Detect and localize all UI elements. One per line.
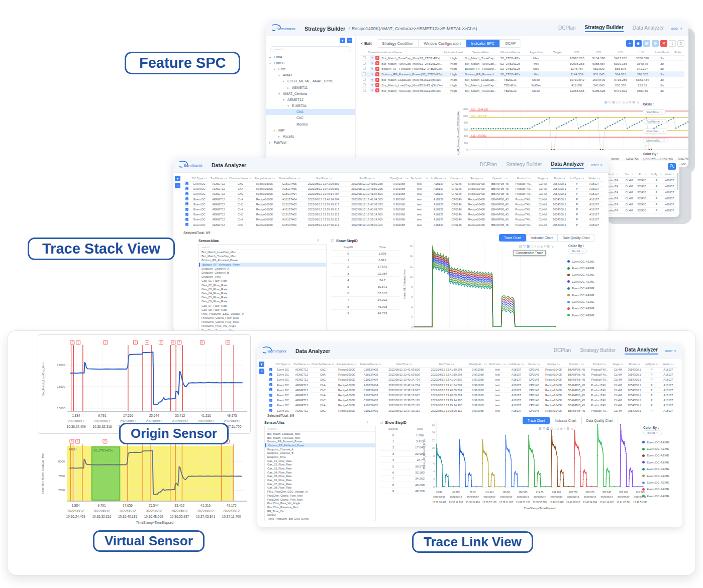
edit-icon[interactable]: ✎: [370, 78, 374, 82]
row-checkbox[interactable]: ✓: [269, 388, 272, 391]
column-header[interactable]: [267, 362, 274, 367]
show-stepid-checkbox[interactable]: [331, 239, 334, 242]
delete-icon[interactable]: ✕: [375, 67, 379, 71]
table-row[interactable]: ✓Event DCAEMET12ChARecipe1600KA18137#022…: [267, 403, 677, 408]
nav-strategy-builder[interactable]: Strategy Builder: [580, 347, 616, 354]
column-header[interactable]: LSL: [632, 49, 653, 55]
column-header[interactable]: Operation: [368, 49, 381, 55]
sensor-item[interactable]: Gas_01_Flow_Rate: [199, 279, 326, 283]
column-header[interactable]: Algorithm: [524, 49, 549, 55]
column-header[interactable]: ToolName ⇅▾: [292, 362, 311, 367]
table-row[interactable]: ✓Event DCAEMET12ChARecipe1600KA18137#042…: [267, 383, 677, 388]
table-row[interactable]: ✎✕Bot_Match_LoadCap_Mon|TB2sE1s|MeanHigh…: [361, 77, 684, 82]
step-row[interactable]: 322.084: [331, 270, 399, 277]
sensor-item[interactable]: Gas_03_Flow_Rate: [265, 466, 375, 471]
user-button[interactable]: ☻: [635, 40, 642, 47]
sensor-item[interactable]: Gas_04_Flow_Rate: [199, 291, 326, 295]
column-header[interactable]: [361, 49, 368, 55]
sensor-item[interactable]: Gas_05_Flow_Rate: [199, 295, 326, 299]
delete-icon[interactable]: ✕: [375, 83, 379, 87]
tree-item-aemet12[interactable]: ▾AEMET12: [266, 96, 355, 102]
tree-item-amat[interactable]: ▾AMAT: [266, 72, 355, 78]
column-header[interactable]: LotType ⇅▾: [569, 176, 585, 181]
user-menu[interactable]: user ∨: [665, 348, 676, 353]
list-icon[interactable]: ≡: [347, 38, 352, 43]
sensor-item[interactable]: ProcChm_Clamp_Flow_Mon: [265, 494, 375, 498]
column-header[interactable]: Technolo... ⇅▾: [410, 176, 429, 181]
search-button[interactable]: [668, 163, 676, 170]
step-row[interactable]: 217.642: [331, 263, 399, 270]
row-checkbox[interactable]: ✓: [185, 187, 188, 190]
table-row[interactable]: ProductT4...CLHM305430...PA18137: [603, 183, 676, 189]
tree-item-fabtest[interactable]: ▸FabTest: [266, 140, 355, 146]
column-header[interactable]: IndicatorName: [381, 49, 443, 55]
column-header[interactable]: StepID: [380, 426, 407, 432]
column-header[interactable]: LCL: [610, 49, 631, 55]
download-button[interactable]: ⇩: [669, 40, 676, 47]
sensor-item[interactable]: StepID: [265, 513, 375, 517]
nav-strategy-builder[interactable]: Strategy Builder: [585, 25, 624, 32]
row-checkbox[interactable]: [363, 56, 366, 59]
row-checkbox[interactable]: ✓: [269, 378, 272, 381]
sensor-item[interactable]: Gas_08_Flow_Rate: [199, 308, 326, 312]
tab-ocap[interactable]: OCAP: [500, 40, 521, 47]
column-header[interactable]: USL: [566, 49, 588, 55]
column-header[interactable]: Wafer ⇅▾: [659, 362, 677, 367]
column-header[interactable]: Operati... ⇅▾: [565, 362, 588, 367]
sensor-search-input[interactable]: search...: [265, 426, 375, 432]
xaxis-chip[interactable]: StartTime×: [643, 109, 666, 114]
sensor-item[interactable]: Endpoint_Channel_B: [265, 451, 375, 455]
table-row[interactable]: ✓Event DCAEMET12ChCRecipe1600KC18137#032…: [267, 388, 677, 393]
column-header[interactable]: IndicatorLevel: [443, 49, 464, 55]
sensor-item[interactable]: Gas_06_Flow_Rate: [199, 299, 326, 303]
filter-icon[interactable]: ▼: [259, 362, 264, 367]
sensor-item[interactable]: Bot_Match_LoadCap_Mon: [265, 432, 375, 436]
step-row[interactable]: 13.913: [331, 257, 399, 263]
polygon-select-icon[interactable]: ◇: [623, 100, 626, 104]
sensor-item[interactable]: Gas_08_Flow_Rate: [265, 486, 375, 490]
table-row[interactable]: ✎✕Bottom_RF_Forward_Power|S2_2TB2sE2s|..…: [361, 66, 684, 72]
sensor-item[interactable]: Gas_07_Flow_Rate: [265, 482, 375, 486]
column-header[interactable]: LotName ⇅▾: [429, 176, 448, 181]
column-header[interactable]: ChamberName ⇅▾: [311, 362, 334, 367]
column-header[interactable]: WindowName: [496, 49, 524, 55]
sensor-item[interactable]: Gas_01_Flow_Rate: [265, 459, 375, 463]
sensor-item[interactable]: Temp_ProcChm_Bot_Elec_Sense: [265, 517, 375, 521]
column-header[interactable]: Sta... ⇅: [623, 172, 636, 177]
column-header[interactable]: Product ⇅▾: [588, 362, 611, 367]
sensor-item[interactable]: Bot_Match_TuneCap_Mon: [199, 254, 326, 258]
zoom-box-icon[interactable]: ⊠: [612, 100, 616, 104]
delete-icon[interactable]: ✕: [375, 56, 379, 60]
column-header[interactable]: Route ⇅▾: [625, 362, 644, 367]
table-row[interactable]: ✓Event DCAEMET12ChCRecipe1600KC18137#032…: [183, 202, 604, 207]
exit-button[interactable]: < Exit: [361, 41, 372, 46]
table-row[interactable]: ✓Event DCAEMET12ChCRecipe1600KC18137#042…: [267, 377, 677, 382]
row-checkbox[interactable]: ✓: [185, 223, 188, 226]
user-menu[interactable]: user ∨: [671, 26, 682, 31]
column-header[interactable]: Carrier ⇅▾: [448, 176, 465, 181]
row-checkbox[interactable]: [363, 83, 366, 86]
sensor-item[interactable]: ProcChm_Clamp_Pres_Mon: [199, 320, 326, 324]
remove-chip-icon[interactable]: ×: [661, 110, 663, 113]
step-row[interactable]: 846.098: [331, 303, 399, 310]
sensor-search-input[interactable]: search...: [199, 245, 326, 250]
nav-dcplan[interactable]: DCPlan: [480, 162, 497, 168]
tree-item-chc[interactable]: ChC: [266, 115, 355, 121]
edit-icon[interactable]: ✎: [370, 61, 374, 65]
scrollbar[interactable]: [677, 173, 678, 190]
sensor-item[interactable]: ProcChm_Pressure_Mon: [265, 505, 375, 509]
list-icon[interactable]: ≡: [175, 183, 180, 188]
sensor-item[interactable]: Gas_04_Flow_Rate: [265, 471, 375, 475]
row-checkbox[interactable]: ✓: [185, 218, 188, 221]
nav-data-analyzer[interactable]: Data Analyzer: [633, 25, 664, 32]
tree-item-aemet11[interactable]: ▸AEMET11: [266, 84, 355, 90]
sensor-item[interactable]: Endpoint_Time: [199, 275, 326, 279]
tree-item-etch_metal_amat_centu[interactable]: ▾ETCH_METAL_AMAT_Centu: [266, 78, 355, 84]
column-header[interactable]: DC Type ⇅▾: [274, 362, 292, 367]
user-menu[interactable]: user ∨: [591, 163, 602, 167]
delete-icon[interactable]: ✕: [375, 72, 379, 76]
delete-button[interactable]: ✕: [660, 40, 667, 47]
row-checkbox[interactable]: ✓: [185, 197, 188, 200]
edit-icon[interactable]: ✎: [370, 83, 374, 87]
tree-item-etch[interactable]: ▾Etch: [266, 66, 355, 72]
